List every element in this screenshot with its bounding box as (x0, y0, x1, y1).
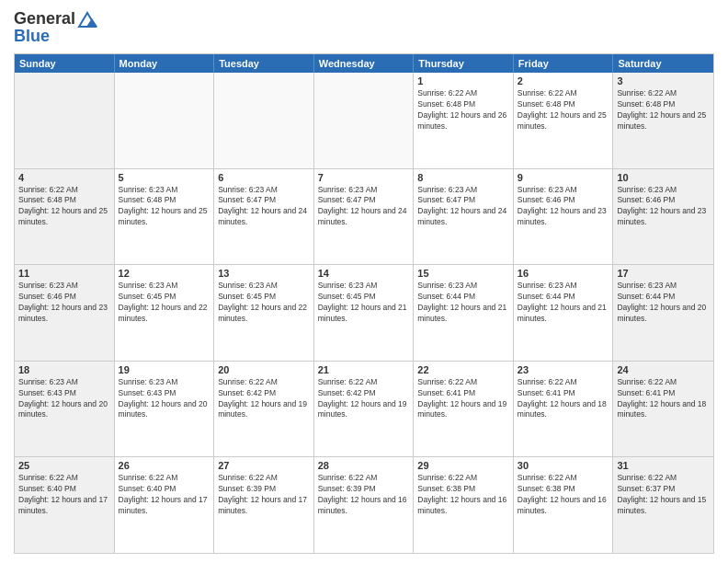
daylight-hours: Sunrise: 6:22 AM Sunset: 6:40 PM Dayligh… (119, 473, 210, 517)
daylight-hours: Sunrise: 6:23 AM Sunset: 6:45 PM Dayligh… (318, 281, 410, 325)
daylight-hours: Sunrise: 6:22 AM Sunset: 6:38 PM Dayligh… (518, 473, 609, 517)
table-row: 3Sunrise: 6:22 AM Sunset: 6:48 PM Daylig… (613, 73, 713, 168)
day-number: 14 (318, 268, 410, 279)
day-number: 3 (617, 75, 710, 86)
day-number: 26 (119, 460, 210, 471)
day-number: 25 (18, 460, 110, 471)
day-number: 17 (617, 268, 710, 279)
daylight-hours: Sunrise: 6:22 AM Sunset: 6:42 PM Dayligh… (218, 377, 310, 421)
daylight-hours: Sunrise: 6:23 AM Sunset: 6:46 PM Dayligh… (518, 185, 609, 229)
table-row: 28Sunrise: 6:22 AM Sunset: 6:39 PM Dayli… (314, 457, 415, 553)
daylight-hours: Sunrise: 6:23 AM Sunset: 6:45 PM Dayligh… (119, 281, 210, 325)
table-row: 10Sunrise: 6:23 AM Sunset: 6:46 PM Dayli… (613, 169, 713, 265)
day-number: 8 (417, 172, 509, 183)
day-number: 31 (617, 460, 710, 471)
day-number: 7 (318, 172, 410, 183)
day-number: 21 (318, 364, 410, 375)
day-number: 22 (417, 364, 509, 375)
day-number: 19 (119, 364, 210, 375)
table-row: 24Sunrise: 6:22 AM Sunset: 6:41 PM Dayli… (613, 362, 713, 457)
day-number: 23 (518, 364, 609, 375)
table-row: 29Sunrise: 6:22 AM Sunset: 6:38 PM Dayli… (414, 457, 514, 553)
daylight-hours: Sunrise: 6:22 AM Sunset: 6:48 PM Dayligh… (417, 88, 509, 132)
header: General Blue (14, 9, 714, 46)
header-day-saturday: Saturday (613, 54, 713, 73)
daylight-hours: Sunrise: 6:22 AM Sunset: 6:40 PM Dayligh… (18, 473, 110, 517)
day-number: 12 (119, 268, 210, 279)
day-number: 15 (417, 268, 509, 279)
daylight-hours: Sunrise: 6:23 AM Sunset: 6:44 PM Dayligh… (417, 281, 509, 325)
daylight-hours: Sunrise: 6:23 AM Sunset: 6:43 PM Dayligh… (18, 377, 110, 421)
header-day-wednesday: Wednesday (314, 54, 415, 73)
table-row (314, 73, 415, 168)
daylight-hours: Sunrise: 6:22 AM Sunset: 6:48 PM Dayligh… (617, 88, 710, 132)
daylight-hours: Sunrise: 6:23 AM Sunset: 6:47 PM Dayligh… (318, 185, 410, 229)
table-row (115, 73, 215, 168)
daylight-hours: Sunrise: 6:22 AM Sunset: 6:41 PM Dayligh… (518, 377, 609, 421)
logo-icon (76, 10, 98, 29)
header-day-friday: Friday (514, 54, 614, 73)
day-number: 16 (518, 268, 609, 279)
daylight-hours: Sunrise: 6:22 AM Sunset: 6:41 PM Dayligh… (417, 377, 509, 421)
week-row-1: 1Sunrise: 6:22 AM Sunset: 6:48 PM Daylig… (15, 73, 713, 168)
table-row: 1Sunrise: 6:22 AM Sunset: 6:48 PM Daylig… (414, 73, 514, 168)
daylight-hours: Sunrise: 6:23 AM Sunset: 6:47 PM Dayligh… (417, 185, 509, 229)
table-row: 7Sunrise: 6:23 AM Sunset: 6:47 PM Daylig… (314, 169, 415, 265)
table-row: 31Sunrise: 6:22 AM Sunset: 6:37 PM Dayli… (613, 457, 713, 553)
table-row: 18Sunrise: 6:23 AM Sunset: 6:43 PM Dayli… (15, 362, 115, 457)
table-row: 14Sunrise: 6:23 AM Sunset: 6:45 PM Dayli… (314, 265, 415, 361)
table-row: 4Sunrise: 6:22 AM Sunset: 6:48 PM Daylig… (15, 169, 115, 265)
daylight-hours: Sunrise: 6:22 AM Sunset: 6:39 PM Dayligh… (318, 473, 410, 517)
daylight-hours: Sunrise: 6:22 AM Sunset: 6:42 PM Dayligh… (318, 377, 410, 421)
table-row: 23Sunrise: 6:22 AM Sunset: 6:41 PM Dayli… (514, 362, 614, 457)
daylight-hours: Sunrise: 6:22 AM Sunset: 6:37 PM Dayligh… (617, 473, 710, 517)
logo-general-text: General (14, 9, 75, 29)
daylight-hours: Sunrise: 6:23 AM Sunset: 6:47 PM Dayligh… (218, 185, 310, 229)
logo: General Blue (14, 9, 98, 46)
header-day-monday: Monday (115, 54, 215, 73)
table-row: 21Sunrise: 6:22 AM Sunset: 6:42 PM Dayli… (314, 362, 415, 457)
week-row-2: 4Sunrise: 6:22 AM Sunset: 6:48 PM Daylig… (15, 168, 713, 265)
table-row: 16Sunrise: 6:23 AM Sunset: 6:44 PM Dayli… (514, 265, 614, 361)
week-row-5: 25Sunrise: 6:22 AM Sunset: 6:40 PM Dayli… (15, 456, 713, 553)
table-row: 2Sunrise: 6:22 AM Sunset: 6:48 PM Daylig… (514, 73, 614, 168)
header-day-sunday: Sunday (15, 54, 115, 73)
day-number: 28 (318, 460, 410, 471)
table-row (214, 73, 314, 168)
table-row: 12Sunrise: 6:23 AM Sunset: 6:45 PM Dayli… (115, 265, 215, 361)
daylight-hours: Sunrise: 6:23 AM Sunset: 6:43 PM Dayligh… (119, 377, 210, 421)
page: General Blue SundayMondayTuesdayWednesda… (0, 0, 728, 563)
day-number: 1 (417, 75, 509, 86)
header-day-thursday: Thursday (414, 54, 514, 73)
day-number: 18 (18, 364, 110, 375)
day-number: 2 (518, 75, 609, 86)
table-row: 13Sunrise: 6:23 AM Sunset: 6:45 PM Dayli… (214, 265, 314, 361)
table-row: 11Sunrise: 6:23 AM Sunset: 6:46 PM Dayli… (15, 265, 115, 361)
table-row: 17Sunrise: 6:23 AM Sunset: 6:44 PM Dayli… (613, 265, 713, 361)
day-number: 6 (218, 172, 310, 183)
daylight-hours: Sunrise: 6:22 AM Sunset: 6:39 PM Dayligh… (218, 473, 310, 517)
calendar-body: 1Sunrise: 6:22 AM Sunset: 6:48 PM Daylig… (15, 73, 713, 553)
table-row: 25Sunrise: 6:22 AM Sunset: 6:40 PM Dayli… (15, 457, 115, 553)
table-row: 5Sunrise: 6:23 AM Sunset: 6:48 PM Daylig… (115, 169, 215, 265)
daylight-hours: Sunrise: 6:23 AM Sunset: 6:46 PM Dayligh… (18, 281, 110, 325)
day-number: 13 (218, 268, 310, 279)
table-row (15, 73, 115, 168)
svg-marker-1 (86, 18, 97, 27)
daylight-hours: Sunrise: 6:22 AM Sunset: 6:38 PM Dayligh… (417, 473, 509, 517)
table-row: 30Sunrise: 6:22 AM Sunset: 6:38 PM Dayli… (514, 457, 614, 553)
table-row: 6Sunrise: 6:23 AM Sunset: 6:47 PM Daylig… (214, 169, 314, 265)
daylight-hours: Sunrise: 6:22 AM Sunset: 6:41 PM Dayligh… (617, 377, 710, 421)
calendar: SundayMondayTuesdayWednesdayThursdayFrid… (14, 53, 714, 554)
day-number: 4 (18, 172, 110, 183)
table-row: 22Sunrise: 6:22 AM Sunset: 6:41 PM Dayli… (414, 362, 514, 457)
table-row: 15Sunrise: 6:23 AM Sunset: 6:44 PM Dayli… (414, 265, 514, 361)
day-number: 10 (617, 172, 710, 183)
day-number: 9 (518, 172, 609, 183)
table-row: 20Sunrise: 6:22 AM Sunset: 6:42 PM Dayli… (214, 362, 314, 457)
table-row: 9Sunrise: 6:23 AM Sunset: 6:46 PM Daylig… (514, 169, 614, 265)
day-number: 24 (617, 364, 710, 375)
week-row-4: 18Sunrise: 6:23 AM Sunset: 6:43 PM Dayli… (15, 361, 713, 457)
daylight-hours: Sunrise: 6:23 AM Sunset: 6:44 PM Dayligh… (617, 281, 710, 325)
daylight-hours: Sunrise: 6:23 AM Sunset: 6:48 PM Dayligh… (119, 185, 210, 229)
